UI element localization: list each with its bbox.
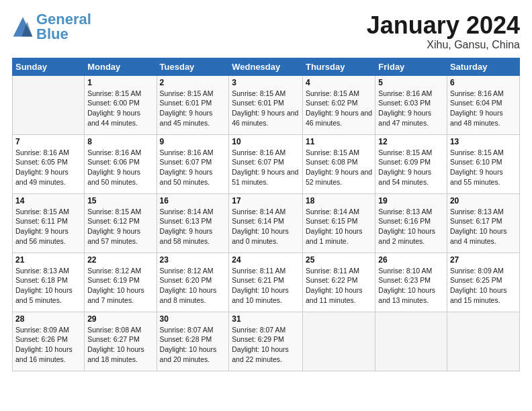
- calendar-cell: 3Sunrise: 8:15 AMSunset: 6:01 PMDaylight…: [229, 75, 303, 134]
- day-number: 26: [378, 255, 444, 265]
- day-info: Sunrise: 8:15 AMSunset: 6:08 PMDaylight:…: [306, 148, 372, 187]
- day-info: Sunrise: 8:16 AMSunset: 6:07 PMDaylight:…: [160, 148, 226, 187]
- day-number: 5: [378, 78, 444, 87]
- day-number: 17: [232, 196, 300, 205]
- week-row-2: 14Sunrise: 8:15 AMSunset: 6:11 PMDayligh…: [13, 193, 520, 253]
- day-info: Sunrise: 8:11 AMSunset: 6:22 PMDaylight:…: [306, 266, 372, 306]
- week-row-3: 21Sunrise: 8:13 AMSunset: 6:18 PMDayligh…: [13, 253, 520, 312]
- calendar-cell: 10Sunrise: 8:16 AMSunset: 6:07 PMDayligh…: [229, 134, 303, 193]
- calendar-cell: 2Sunrise: 8:15 AMSunset: 6:01 PMDaylight…: [157, 75, 229, 134]
- day-number: 20: [450, 196, 517, 205]
- day-info: Sunrise: 8:15 AMSunset: 6:10 PMDaylight:…: [450, 148, 517, 187]
- day-number: 19: [378, 196, 444, 205]
- weekday-saturday: Saturday: [447, 58, 519, 75]
- calendar-cell: 11Sunrise: 8:15 AMSunset: 6:08 PMDayligh…: [302, 134, 375, 193]
- calendar-cell: 8Sunrise: 8:16 AMSunset: 6:06 PMDaylight…: [85, 134, 157, 193]
- week-row-1: 7Sunrise: 8:16 AMSunset: 6:05 PMDaylight…: [13, 134, 520, 193]
- weekday-tuesday: Tuesday: [157, 58, 229, 75]
- day-info: Sunrise: 8:16 AMSunset: 6:07 PMDaylight:…: [232, 148, 300, 187]
- day-info: Sunrise: 8:12 AMSunset: 6:20 PMDaylight:…: [160, 266, 226, 306]
- calendar-cell: 6Sunrise: 8:16 AMSunset: 6:04 PMDaylight…: [447, 75, 519, 134]
- day-number: 16: [160, 196, 226, 205]
- day-info: Sunrise: 8:14 AMSunset: 6:15 PMDaylight:…: [306, 207, 372, 246]
- day-info: Sunrise: 8:07 AMSunset: 6:28 PMDaylight:…: [160, 325, 226, 365]
- calendar-cell: 15Sunrise: 8:15 AMSunset: 6:12 PMDayligh…: [85, 193, 157, 253]
- month-title: January 2024: [367, 12, 520, 39]
- day-info: Sunrise: 8:15 AMSunset: 6:02 PMDaylight:…: [306, 89, 372, 128]
- calendar-cell: 1Sunrise: 8:15 AMSunset: 6:00 PMDaylight…: [85, 75, 157, 134]
- calendar-cell: [302, 312, 375, 371]
- day-info: Sunrise: 8:15 AMSunset: 6:01 PMDaylight:…: [232, 89, 300, 128]
- day-info: Sunrise: 8:15 AMSunset: 6:00 PMDaylight:…: [87, 89, 153, 128]
- day-info: Sunrise: 8:07 AMSunset: 6:29 PMDaylight:…: [232, 325, 300, 365]
- day-number: 23: [160, 255, 226, 265]
- day-number: 12: [378, 137, 444, 146]
- page: General Blue January 2024 Xihu, Gansu, C…: [0, 0, 532, 411]
- calendar-cell: 25Sunrise: 8:11 AMSunset: 6:22 PMDayligh…: [302, 253, 375, 312]
- day-info: Sunrise: 8:15 AMSunset: 6:09 PMDaylight:…: [378, 148, 444, 187]
- day-number: 2: [160, 78, 226, 87]
- calendar-cell: 28Sunrise: 8:09 AMSunset: 6:26 PMDayligh…: [13, 312, 85, 371]
- day-number: 18: [306, 196, 372, 205]
- day-number: 30: [160, 314, 226, 324]
- calendar-cell: 14Sunrise: 8:15 AMSunset: 6:11 PMDayligh…: [13, 193, 85, 253]
- day-info: Sunrise: 8:16 AMSunset: 6:05 PMDaylight:…: [15, 148, 81, 187]
- calendar-cell: 19Sunrise: 8:13 AMSunset: 6:16 PMDayligh…: [375, 193, 447, 253]
- calendar-cell: 22Sunrise: 8:12 AMSunset: 6:19 PMDayligh…: [85, 253, 157, 312]
- week-row-0: 1Sunrise: 8:15 AMSunset: 6:00 PMDaylight…: [13, 75, 520, 134]
- day-number: 7: [15, 137, 81, 146]
- calendar-cell: 18Sunrise: 8:14 AMSunset: 6:15 PMDayligh…: [302, 193, 375, 253]
- day-number: 10: [232, 137, 300, 146]
- calendar-cell: 23Sunrise: 8:12 AMSunset: 6:20 PMDayligh…: [157, 253, 229, 312]
- day-info: Sunrise: 8:13 AMSunset: 6:18 PMDaylight:…: [15, 266, 81, 306]
- calendar-cell: 26Sunrise: 8:10 AMSunset: 6:23 PMDayligh…: [375, 253, 447, 312]
- day-number: 9: [160, 137, 226, 146]
- day-number: 24: [232, 255, 300, 265]
- location: Xihu, Gansu, China: [367, 39, 520, 51]
- day-info: Sunrise: 8:16 AMSunset: 6:06 PMDaylight:…: [87, 148, 153, 187]
- calendar-cell: 7Sunrise: 8:16 AMSunset: 6:05 PMDaylight…: [13, 134, 85, 193]
- day-info: Sunrise: 8:14 AMSunset: 6:14 PMDaylight:…: [232, 207, 300, 246]
- day-number: 31: [232, 314, 300, 324]
- weekday-monday: Monday: [85, 58, 157, 75]
- title-area: January 2024 Xihu, Gansu, China: [367, 12, 520, 51]
- calendar-cell: 16Sunrise: 8:14 AMSunset: 6:13 PMDayligh…: [157, 193, 229, 253]
- day-number: 21: [15, 255, 81, 265]
- calendar-cell: 21Sunrise: 8:13 AMSunset: 6:18 PMDayligh…: [13, 253, 85, 312]
- calendar-cell: 29Sunrise: 8:08 AMSunset: 6:27 PMDayligh…: [85, 312, 157, 371]
- calendar-cell: 5Sunrise: 8:16 AMSunset: 6:03 PMDaylight…: [375, 75, 447, 134]
- day-number: 29: [87, 314, 153, 324]
- header: General Blue January 2024 Xihu, Gansu, C…: [12, 12, 520, 51]
- day-number: 11: [306, 137, 372, 146]
- day-number: 14: [15, 196, 81, 205]
- day-number: 1: [87, 78, 153, 87]
- day-info: Sunrise: 8:16 AMSunset: 6:03 PMDaylight:…: [378, 89, 444, 128]
- day-info: Sunrise: 8:09 AMSunset: 6:26 PMDaylight:…: [15, 325, 81, 365]
- day-number: 13: [450, 137, 517, 146]
- day-info: Sunrise: 8:15 AMSunset: 6:11 PMDaylight:…: [15, 207, 81, 246]
- calendar-cell: 13Sunrise: 8:15 AMSunset: 6:10 PMDayligh…: [447, 134, 519, 193]
- calendar-cell: [13, 75, 85, 134]
- calendar-cell: 12Sunrise: 8:15 AMSunset: 6:09 PMDayligh…: [375, 134, 447, 193]
- calendar-cell: 9Sunrise: 8:16 AMSunset: 6:07 PMDaylight…: [157, 134, 229, 193]
- calendar-cell: 24Sunrise: 8:11 AMSunset: 6:21 PMDayligh…: [229, 253, 303, 312]
- day-number: 3: [232, 78, 300, 87]
- weekday-thursday: Thursday: [302, 58, 375, 75]
- calendar-cell: 20Sunrise: 8:13 AMSunset: 6:17 PMDayligh…: [447, 193, 519, 253]
- day-number: 25: [306, 255, 372, 265]
- weekday-sunday: Sunday: [13, 58, 85, 75]
- calendar-cell: 4Sunrise: 8:15 AMSunset: 6:02 PMDaylight…: [302, 75, 375, 134]
- weekday-wednesday: Wednesday: [229, 58, 303, 75]
- day-info: Sunrise: 8:13 AMSunset: 6:17 PMDaylight:…: [450, 207, 517, 246]
- day-info: Sunrise: 8:08 AMSunset: 6:27 PMDaylight:…: [87, 325, 153, 365]
- day-info: Sunrise: 8:12 AMSunset: 6:19 PMDaylight:…: [87, 266, 153, 306]
- calendar-cell: 31Sunrise: 8:07 AMSunset: 6:29 PMDayligh…: [229, 312, 303, 371]
- day-info: Sunrise: 8:09 AMSunset: 6:25 PMDaylight:…: [450, 266, 517, 306]
- logo: General Blue: [12, 12, 91, 42]
- day-info: Sunrise: 8:15 AMSunset: 6:01 PMDaylight:…: [160, 89, 226, 128]
- day-number: 15: [87, 196, 153, 205]
- weekday-friday: Friday: [375, 58, 447, 75]
- calendar-table: SundayMondayTuesdayWednesdayThursdayFrid…: [12, 58, 520, 371]
- calendar-cell: 27Sunrise: 8:09 AMSunset: 6:25 PMDayligh…: [447, 253, 519, 312]
- week-row-4: 28Sunrise: 8:09 AMSunset: 6:26 PMDayligh…: [13, 312, 520, 371]
